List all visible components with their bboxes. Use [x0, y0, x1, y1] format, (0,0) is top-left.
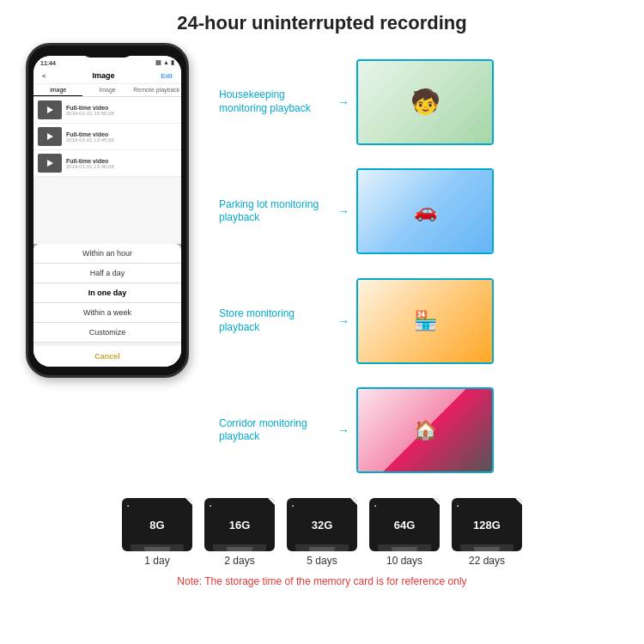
- phone-nav: < Image Edit: [33, 68, 181, 84]
- sd-days-128g: 22 days: [469, 555, 505, 567]
- monitor-arrow-3: →: [337, 423, 349, 437]
- monitor-row-0: Housekeeping monitoring playback → 🧒: [219, 59, 631, 145]
- photo-child-scene: 🧒: [358, 61, 492, 143]
- sd-days-64g: 10 days: [386, 555, 422, 567]
- sd-notch-inner-32g: [309, 547, 335, 551]
- sd-card-32g: ▪ 32G 5 days: [287, 498, 357, 567]
- play-icon-3: [47, 160, 53, 167]
- monitor-label-0: Housekeeping monitoring playback: [219, 88, 331, 115]
- sd-cards-row: ▪ 8G 1 day ▪ 16G 2 days ▪ 32G: [122, 498, 522, 567]
- monitor-row-3: Corridor monitoring playback → 🏠: [219, 387, 631, 473]
- dropdown-item-3[interactable]: Within a week: [33, 303, 181, 323]
- sd-card-64g: ▪ 64G 10 days: [369, 498, 440, 567]
- dropdown-item-2[interactable]: In one day: [33, 283, 181, 303]
- sd-card-16g: ▪ 16G 2 days: [204, 498, 275, 567]
- phone-icons: ▤ ▲ ▮: [155, 59, 174, 66]
- sd-label-32g: 32G: [312, 519, 333, 532]
- nav-edit[interactable]: Edit: [161, 72, 173, 80]
- phone-notch: [82, 46, 133, 58]
- dropdown-list: Within an hour Half a day In one day Wit…: [33, 244, 181, 367]
- sd-icon-32g: ▪ 32G: [287, 498, 357, 551]
- play-icon-2: [47, 133, 53, 140]
- tab-image2[interactable]: Image: [82, 84, 131, 96]
- sd-notch-64g: [378, 544, 431, 551]
- sd-label-64g: 64G: [394, 519, 416, 532]
- nav-title: Image: [92, 71, 114, 80]
- monitor-photo-3: 🏠: [356, 387, 494, 473]
- dropdown-item-4[interactable]: Customize: [33, 323, 181, 343]
- page-title: 24-hour uninterrupted recording: [0, 0, 644, 43]
- photo-store-scene: 🏪: [358, 280, 492, 362]
- sd-notch-inner-64g: [392, 547, 417, 551]
- sd-icon-16g: ▪ 16G: [204, 498, 275, 551]
- monitor-arrow-1: →: [337, 204, 349, 218]
- sd-notch-32g: [295, 544, 349, 551]
- video-info-3: Full-time video 2019-01-01 13:40:08: [66, 158, 114, 169]
- thumb-3: [38, 154, 62, 173]
- photo-corridor-scene: 🏠: [358, 389, 492, 471]
- phone-mockup: 11:44 ▤ ▲ ▮ < Image Edit image Image Rem…: [26, 43, 189, 378]
- phone-status-bar: 11:44 ▤ ▲ ▮: [33, 56, 181, 68]
- monitor-row-1: Parking lot monitoring playback → 🚗: [219, 168, 631, 254]
- sd-icon-8g: ▪ 8G: [122, 498, 192, 551]
- thumb-2: [38, 127, 62, 146]
- sd-notch-inner-16g: [227, 547, 252, 551]
- sd-notch-16g: [213, 544, 266, 551]
- video-info-1: Full-time video 2019-01-01 15:58:08: [66, 105, 114, 116]
- monitoring-section: Housekeeping monitoring playback → 🧒 Par…: [206, 43, 635, 489]
- sd-section: ▪ 8G 1 day ▪ 16G 2 days ▪ 32G: [0, 489, 644, 592]
- monitor-arrow-0: →: [337, 95, 349, 109]
- photo-parking-scene: 🚗: [358, 170, 492, 252]
- dropdown-item-1[interactable]: Half a day: [33, 264, 181, 283]
- tab-image[interactable]: image: [33, 84, 82, 96]
- sd-label-8g: 8G: [149, 519, 164, 532]
- phone-screen: 11:44 ▤ ▲ ▮ < Image Edit image Image Rem…: [33, 56, 181, 367]
- monitor-label-3: Corridor monitoring playback: [219, 417, 331, 444]
- tab-remote[interactable]: Remote playback: [132, 84, 181, 96]
- dropdown-cancel[interactable]: Cancel: [33, 346, 181, 367]
- sd-label-16g: 16G: [229, 519, 251, 532]
- video-title-3: Full-time video: [66, 158, 114, 164]
- sd-label-128g: 128G: [473, 519, 501, 532]
- monitor-photo-1: 🚗: [356, 168, 494, 254]
- video-date-1: 2019-01-01 15:58:08: [66, 111, 114, 116]
- video-title-1: Full-time video: [66, 105, 114, 111]
- video-item-3[interactable]: Full-time video 2019-01-01 13:40:08: [33, 150, 181, 177]
- phone-dropdown: Within an hour Half a day In one day Wit…: [33, 244, 181, 367]
- monitor-label-2: Store monitoring playback: [219, 307, 331, 334]
- nav-back[interactable]: <: [42, 72, 46, 80]
- play-icon-1: [47, 106, 53, 113]
- video-title-2: Full-time video: [66, 131, 114, 137]
- dropdown-item-0[interactable]: Within an hour: [33, 244, 181, 264]
- sd-dot-16g: ▪: [210, 503, 211, 508]
- monitor-row-2: Store monitoring playback → 🏪: [219, 278, 631, 364]
- main-content: 11:44 ▤ ▲ ▮ < Image Edit image Image Rem…: [0, 43, 644, 489]
- phone-tabs: image Image Remote playback: [33, 84, 181, 97]
- sd-dot-128g: ▪: [457, 503, 459, 508]
- video-item-2[interactable]: Full-time video 2019-01-01 13:45:08: [33, 124, 181, 150]
- video-date-2: 2019-01-01 13:45:08: [66, 137, 114, 143]
- video-info-2: Full-time video 2019-01-01 13:45:08: [66, 131, 114, 143]
- sd-dot-8g: ▪: [127, 503, 129, 508]
- sd-days-32g: 5 days: [307, 555, 337, 567]
- sd-icon-64g: ▪ 64G: [369, 498, 440, 551]
- phone-section: 11:44 ▤ ▲ ▮ < Image Edit image Image Rem…: [9, 43, 206, 489]
- video-item-1[interactable]: Full-time video 2019-01-01 15:58:08: [33, 97, 181, 124]
- thumb-1: [38, 100, 62, 119]
- sd-days-8g: 1 day: [144, 555, 169, 567]
- sd-notch-inner-8g: [144, 547, 170, 551]
- sd-notch-128g: [460, 544, 513, 551]
- sd-card-128g: ▪ 128G 22 days: [452, 498, 522, 567]
- phone-time: 11:44: [40, 60, 56, 66]
- note-text: Note: The storage time of the memory car…: [177, 575, 466, 587]
- monitor-arrow-2: →: [337, 314, 349, 328]
- sd-notch-inner-128g: [474, 547, 500, 551]
- sd-days-16g: 2 days: [224, 555, 254, 567]
- sd-notch-8g: [131, 544, 184, 551]
- sd-dot-64g: ▪: [374, 503, 376, 508]
- monitor-photo-0: 🧒: [356, 59, 494, 145]
- monitor-photo-2: 🏪: [356, 278, 494, 364]
- sd-icon-128g: ▪ 128G: [452, 498, 522, 551]
- monitor-label-1: Parking lot monitoring playback: [219, 198, 331, 225]
- video-date-3: 2019-01-01 13:40:08: [66, 164, 114, 169]
